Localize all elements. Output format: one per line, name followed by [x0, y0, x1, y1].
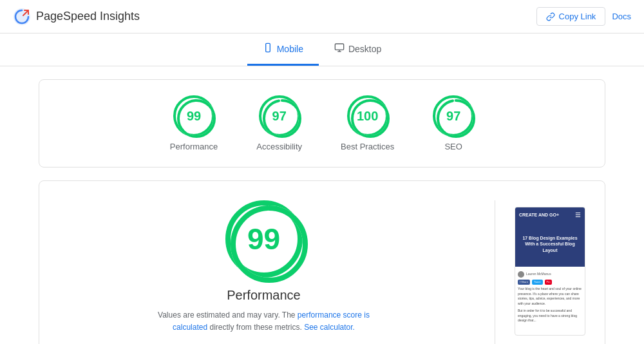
svg-point-7: [178, 100, 214, 137]
performance-title: Performance: [227, 288, 301, 303]
accessibility-circle-svg: [259, 95, 305, 142]
docs-link[interactable]: Docs: [612, 12, 631, 21]
performance-section: 99 Performance Values are estimated and …: [39, 180, 605, 344]
page-screenshot: CREATE AND GO+ ☰ 17 Blog Design Examples…: [515, 207, 585, 336]
screenshot-content: Lauren McManus f Share Tweet Pin Your bl…: [515, 267, 585, 326]
screenshot-body-text-2: But in order for it to be successful and…: [518, 309, 582, 323]
screenshot-hero: 17 Blog Design Examples With a Successfu…: [515, 222, 585, 267]
pinterest-share-button: Pin: [545, 280, 553, 285]
main-content: 99 Performance 97 Accessibility: [0, 66, 644, 344]
author-text: Lauren McManus: [526, 272, 551, 277]
seo-circle-svg: [433, 95, 479, 142]
tab-mobile[interactable]: Mobile: [247, 33, 319, 66]
tab-bar: Mobile Desktop: [0, 33, 644, 66]
author-avatar: [518, 271, 524, 278]
score-card-accessibility[interactable]: 97 Accessibility: [256, 95, 302, 151]
mobile-icon: [263, 43, 273, 55]
performance-description: Values are estimated and may vary. The p…: [155, 309, 374, 334]
score-card-seo[interactable]: 97 SEO: [433, 95, 474, 151]
accessibility-circle: 97: [259, 95, 300, 137]
screenshot-body-text: Your blog is the heart and soul of your …: [518, 287, 582, 306]
screenshot-site-header: CREATE AND GO+ ☰: [515, 207, 585, 222]
desc-prefix: Values are estimated and may vary. The: [158, 311, 298, 320]
screenshot-site-name: CREATE AND GO+: [519, 213, 559, 217]
accessibility-label: Accessibility: [256, 142, 302, 151]
tab-desktop[interactable]: Desktop: [319, 33, 397, 66]
copy-link-button[interactable]: Copy Link: [536, 7, 606, 26]
desktop-icon: [334, 43, 345, 55]
svg-point-15: [233, 208, 305, 280]
screenshot-article-title: 17 Blog Design Examples With a Successfu…: [518, 235, 582, 253]
score-cards-container: 99 Performance 97 Accessibility: [39, 79, 605, 167]
svg-point-13: [438, 100, 474, 137]
score-cards: 99 Performance 97 Accessibility: [52, 95, 592, 151]
section-divider: [495, 200, 495, 344]
big-performance-circle: 99: [225, 200, 303, 278]
screenshot-social-buttons: f Share Tweet Pin: [518, 280, 582, 285]
performance-circle-svg: [173, 95, 220, 142]
logo-area: PageSpeed Insights: [13, 8, 140, 26]
copy-link-label: Copy Link: [559, 12, 596, 21]
score-card-performance[interactable]: 99 Performance: [170, 95, 218, 151]
see-calculator-link[interactable]: See calculator.: [304, 323, 355, 332]
app-title: PageSpeed Insights: [36, 10, 140, 23]
score-card-best-practices[interactable]: 100 Best Practices: [341, 95, 394, 151]
twitter-share-button: Tweet: [532, 280, 543, 285]
tab-mobile-label: Mobile: [277, 44, 303, 54]
big-circle-svg: [225, 200, 313, 288]
screenshot-area: CREATE AND GO+ ☰ 17 Blog Design Examples…: [515, 200, 592, 344]
seo-circle: 97: [433, 95, 474, 137]
best-practices-circle-svg: [347, 95, 393, 142]
facebook-share-button: f Share: [518, 280, 530, 285]
svg-point-9: [264, 100, 300, 137]
performance-detail: 99 Performance Values are estimated and …: [52, 200, 475, 344]
best-practices-circle: 100: [347, 95, 388, 137]
screenshot-author: Lauren McManus: [518, 271, 582, 278]
link-icon: [546, 12, 555, 21]
seo-label: SEO: [444, 142, 462, 151]
header-actions: Copy Link Docs: [536, 7, 631, 26]
header: PageSpeed Insights Copy Link Docs: [0, 0, 644, 33]
performance-circle: 99: [173, 95, 214, 137]
screenshot-menu-icon: ☰: [575, 211, 581, 218]
tab-desktop-label: Desktop: [348, 44, 381, 54]
svg-point-11: [352, 100, 388, 137]
best-practices-label: Best Practices: [341, 142, 394, 151]
desc-suffix: directly from these metrics.: [207, 323, 304, 332]
performance-label: Performance: [170, 142, 218, 151]
svg-rect-3: [335, 44, 343, 50]
pagespeed-logo-icon: [13, 8, 31, 26]
